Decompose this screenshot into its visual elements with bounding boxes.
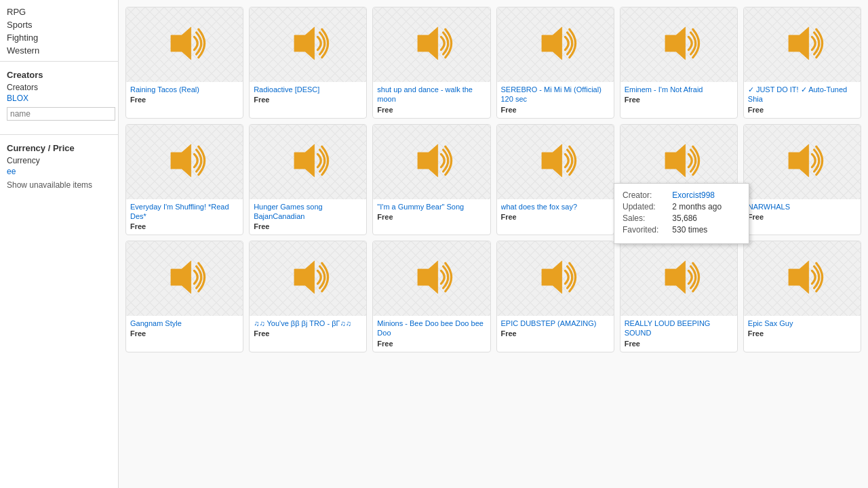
item-price-4: Free [625, 96, 733, 104]
audio-icon-5 [781, 22, 824, 68]
item-card-1[interactable]: Radioactive [DESC] Free [249, 7, 367, 119]
item-name-2[interactable]: shut up and dance - walk the moon [377, 85, 486, 104]
item-name-6[interactable]: Everyday I'm Shuffling! *Read Des* [130, 202, 239, 222]
item-price-3: Free [501, 106, 610, 114]
item-card-9[interactable]: what does the fox say? Free [496, 124, 614, 236]
item-card-2[interactable]: shut up and dance - walk the moon Free [372, 7, 490, 119]
item-thumb-6 [126, 125, 243, 199]
audio-icon-15 [534, 256, 577, 302]
item-thumb-14 [373, 241, 490, 316]
item-price-7: Free [254, 222, 362, 230]
item-card-15[interactable]: EPIC DUBSTEP (AMAZING) Free [496, 241, 614, 352]
item-card-5[interactable]: ✓ JUST DO IT! ✓ Auto-Tuned Shia Free [743, 7, 861, 119]
item-price-17: Free [748, 329, 856, 338]
svg-marker-17 [789, 261, 809, 293]
item-info-15: EPIC DUBSTEP (AMAZING) Free [497, 316, 614, 342]
sidebar-item-fighting[interactable]: Fighting [0, 31, 118, 44]
item-name-16[interactable]: REALLY LOUD BEEPING SOUND [625, 319, 733, 338]
item-name-17[interactable]: Epic Sax Guy [748, 319, 856, 328]
item-info-1: Radioactive [DESC] Free [250, 82, 366, 108]
item-thumb-1 [250, 7, 366, 82]
item-name-1[interactable]: Radioactive [DESC] [254, 85, 362, 94]
item-thumb-16 [620, 241, 737, 316]
item-info-13: ♫♫ You've ββ βj TRO - βΓ♫♫ Free [250, 316, 366, 342]
svg-marker-16 [665, 261, 686, 293]
currency-label: Currency [7, 156, 111, 165]
item-card-4[interactable]: Eminem - I'm Not Afraid Free [620, 7, 738, 119]
item-price-11: Free [748, 213, 856, 221]
item-thumb-17 [744, 241, 861, 316]
svg-marker-4 [665, 27, 686, 60]
item-price-6: Free [130, 222, 239, 230]
item-name-3[interactable]: SEREBRO - Mi Mi Mi (Official) 120 sec [501, 85, 610, 104]
audio-icon-6 [163, 139, 206, 185]
item-price-0: Free [130, 96, 239, 104]
tooltip-creator-row: Creator: Exorcist998 [623, 190, 741, 200]
item-name-14[interactable]: Minions - Bee Doo bee Doo bee Doo [377, 319, 486, 338]
item-card-6[interactable]: Everyday I'm Shuffling! *Read Des* Free [125, 124, 243, 236]
item-name-7[interactable]: Hunger Games song BajanCanadian [254, 202, 362, 222]
item-name-13[interactable]: ♫♫ You've ββ βj TRO - βΓ♫♫ [254, 319, 362, 328]
item-name-9[interactable]: what does the fox say? [501, 202, 610, 211]
svg-marker-9 [542, 144, 562, 177]
creators-name-input[interactable] [7, 107, 115, 121]
tooltip-creator-label: Creator: [623, 190, 670, 200]
audio-icon-0 [163, 22, 206, 68]
item-name-8[interactable]: "I'm a Gummy Bear" Song [377, 202, 486, 211]
audio-icon-14 [410, 256, 453, 302]
currency-link[interactable]: ee [7, 167, 111, 176]
audio-icon-11 [781, 139, 824, 185]
item-info-6: Everyday I'm Shuffling! *Read Des* Free [126, 199, 243, 235]
creators-section-title: Creators [7, 70, 111, 80]
sidebar-item-rpg[interactable]: RPG [0, 5, 118, 18]
tooltip-sales-label: Sales: [623, 214, 670, 223]
item-price-14: Free [377, 340, 486, 348]
item-name-4[interactable]: Eminem - I'm Not Afraid [625, 85, 733, 94]
svg-marker-14 [418, 261, 438, 293]
item-name-15[interactable]: EPIC DUBSTEP (AMAZING) [501, 319, 610, 328]
tooltip-updated-row: Updated: 2 months ago [623, 202, 741, 211]
item-card-3[interactable]: SEREBRO - Mi Mi Mi (Official) 120 sec Fr… [496, 7, 614, 119]
tooltip-favorited-label: Favorited: [623, 225, 670, 235]
item-card-7[interactable]: Hunger Games song BajanCanadian Free [249, 124, 367, 236]
item-name-5[interactable]: ✓ JUST DO IT! ✓ Auto-Tuned Shia [748, 85, 856, 104]
item-card-11[interactable]: NARWHALS Free [743, 124, 861, 236]
item-price-1: Free [254, 96, 362, 104]
item-price-12: Free [130, 329, 239, 338]
item-info-5: ✓ JUST DO IT! ✓ Auto-Tuned Shia Free [744, 82, 861, 118]
item-thumb-8 [373, 125, 490, 199]
item-card-12[interactable]: Gangnam Style Free [125, 241, 243, 352]
audio-icon-9 [534, 139, 577, 185]
svg-marker-12 [171, 261, 191, 293]
item-info-12: Gangnam Style Free [126, 316, 243, 342]
item-info-14: Minions - Bee Doo bee Doo bee Doo Free [373, 316, 490, 352]
item-price-8: Free [377, 213, 486, 221]
creators-blox-link[interactable]: BLOX [7, 94, 111, 103]
item-price-16: Free [625, 340, 733, 348]
item-card-8[interactable]: "I'm a Gummy Bear" Song Free [372, 124, 490, 236]
item-name-11[interactable]: NARWHALS [748, 202, 856, 211]
sidebar-item-sports[interactable]: Sports [0, 18, 118, 31]
item-card-17[interactable]: Epic Sax Guy Free [743, 241, 861, 352]
tooltip-favorited-value: 530 times [672, 225, 707, 235]
audio-icon-1 [286, 22, 330, 68]
item-card-16[interactable]: REALLY LOUD BEEPING SOUND Free [620, 241, 738, 352]
item-detail-tooltip: Creator: Exorcist998 Updated: 2 months a… [614, 183, 749, 244]
tooltip-sales-value: 35,686 [672, 214, 697, 223]
item-card-14[interactable]: Minions - Bee Doo bee Doo bee Doo Free [372, 241, 490, 352]
audio-icon-3 [534, 22, 577, 68]
tooltip-creator-value[interactable]: Exorcist998 [672, 190, 715, 200]
creators-search-form: Go [7, 107, 111, 121]
item-card-13[interactable]: ♫♫ You've ββ βj TRO - βΓ♫♫ Free [249, 241, 367, 352]
svg-marker-0 [171, 27, 191, 60]
sidebar-item-western[interactable]: Western [0, 44, 118, 57]
show-unavailable-checkbox[interactable]: Show unavailable items [7, 180, 111, 190]
svg-marker-6 [171, 144, 191, 177]
item-name-12[interactable]: Gangnam Style [130, 319, 239, 328]
item-name-0[interactable]: Raining Tacos (Real) [130, 85, 239, 94]
item-info-7: Hunger Games song BajanCanadian Free [250, 199, 366, 235]
item-card-0[interactable]: Raining Tacos (Real) Free [125, 7, 243, 119]
currency-section-title: Currency / Price [7, 143, 111, 153]
item-info-0: Raining Tacos (Real) Free [126, 82, 243, 108]
svg-marker-15 [542, 261, 562, 293]
